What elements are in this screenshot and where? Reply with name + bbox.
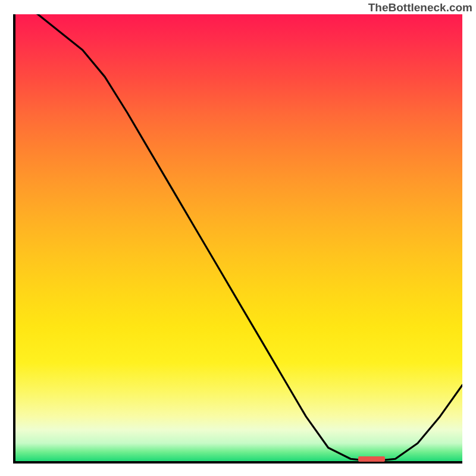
optimum-marker: OPTIMUM <box>358 456 385 462</box>
chart-curve-svg <box>15 14 462 461</box>
chart-plot-area: OPTIMUM <box>13 14 462 464</box>
bottleneck-curve-line <box>15 14 462 461</box>
watermark-text: TheBottleneck.com <box>368 1 472 14</box>
